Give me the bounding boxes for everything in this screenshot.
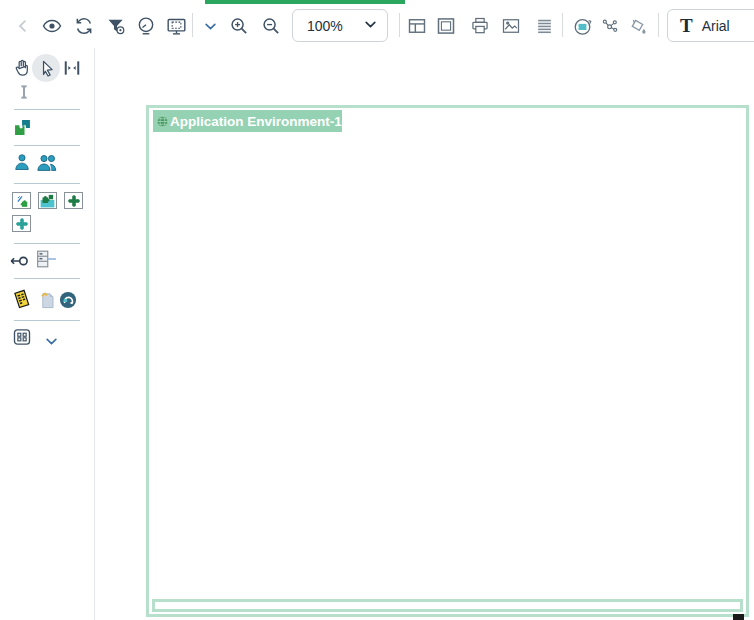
align-lines-icon[interactable] [533, 15, 555, 37]
zoom-in-icon[interactable] [228, 15, 250, 37]
zoom-level-select[interactable]: 100% [292, 9, 388, 42]
toolbar-separator [192, 13, 193, 37]
document-attachment-icon[interactable] [36, 289, 58, 311]
toolbar-separator [562, 13, 563, 37]
frame-icon[interactable] [435, 15, 457, 37]
sidebar-border [94, 48, 95, 620]
eye-icon[interactable] [41, 15, 63, 37]
toolbar-separator [658, 13, 659, 37]
fit-screen-icon[interactable] [165, 15, 187, 37]
data-card-icon[interactable] [10, 288, 32, 310]
font-family-value: Arial [702, 18, 730, 34]
table-layout-icon[interactable] [406, 15, 428, 37]
connection-layout-icon[interactable] [599, 15, 621, 37]
active-tab-accent-bar [205, 0, 405, 4]
component-dark-green-icon[interactable] [64, 192, 83, 209]
sidebar-divider [14, 183, 80, 184]
sidebar-divider [14, 145, 80, 146]
select-cursor-icon[interactable] [36, 57, 58, 79]
sidebar-divider [14, 243, 80, 244]
split-lane-icon[interactable] [61, 57, 83, 79]
zoom-out-icon[interactable] [260, 15, 282, 37]
process-circle-icon[interactable] [57, 289, 79, 311]
filter-view-icon[interactable] [105, 15, 127, 37]
auto-layout-icon[interactable] [571, 15, 593, 37]
font-family-select[interactable]: T Arial [667, 9, 754, 42]
component-new-icon[interactable] [12, 192, 31, 209]
application-environment-shape[interactable]: Application Environment-1 [146, 105, 749, 617]
text-edit-icon[interactable] [13, 81, 35, 103]
person-icon[interactable] [11, 151, 33, 173]
font-icon: T [680, 16, 693, 35]
app-window: 100% T Arial [0, 0, 754, 620]
shape-palette-icon[interactable] [11, 326, 33, 348]
person-group-icon[interactable] [34, 151, 60, 173]
sidebar-divider [14, 320, 80, 321]
required-interface-icon[interactable] [8, 250, 30, 272]
component-embedded-icon[interactable] [38, 192, 57, 209]
component-teal-icon[interactable] [12, 215, 31, 232]
application-environment-title-tab[interactable]: Application Environment-1 [153, 110, 342, 132]
print-icon[interactable] [469, 15, 491, 37]
server-node-icon[interactable] [32, 248, 58, 270]
format-paint-icon[interactable] [626, 15, 648, 37]
palette-expand-icon[interactable] [40, 330, 62, 352]
more-chevron-down-icon[interactable] [199, 15, 221, 37]
gauge-icon[interactable] [135, 15, 157, 37]
sidebar-divider [14, 109, 80, 110]
resize-handle[interactable] [733, 614, 744, 620]
shape-title: Application Environment-1 [170, 114, 342, 129]
export-image-icon[interactable] [500, 15, 522, 37]
sidebar-divider [14, 278, 80, 279]
back-icon[interactable] [12, 15, 34, 37]
environment-bottom-lane[interactable] [152, 599, 743, 612]
pan-hand-icon[interactable] [11, 57, 33, 79]
toolbar-separator [399, 13, 400, 37]
assign-component-icon[interactable] [11, 116, 33, 138]
chevron-down-icon [364, 17, 377, 35]
refresh-icon[interactable] [73, 15, 95, 37]
globe-icon [156, 115, 169, 128]
zoom-level-value: 100% [307, 18, 343, 34]
